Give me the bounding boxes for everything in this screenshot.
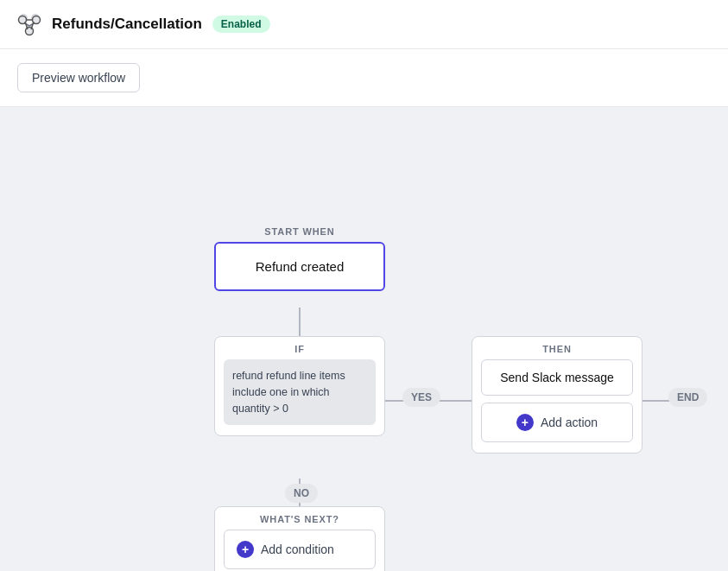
preview-workflow-button[interactable]: Preview workflow xyxy=(17,63,140,92)
workflow-diagram: START WHEN Refund created IF refund refu… xyxy=(0,107,728,571)
workflow-canvas: START WHEN Refund created IF refund refu… xyxy=(0,107,728,571)
add-action-icon-then: + xyxy=(516,414,534,431)
trigger-label: Refund created xyxy=(256,259,345,274)
yes-label: YES xyxy=(402,388,440,407)
add-condition-icon: + xyxy=(237,541,254,558)
add-condition-label: Add condition xyxy=(261,542,334,556)
slack-action[interactable]: Send Slack message xyxy=(481,359,633,396)
slack-action-label: Send Slack message xyxy=(500,371,614,384)
workflow-icon xyxy=(17,12,41,36)
add-action-label-then: Add action xyxy=(541,416,598,429)
toolbar: Preview workflow xyxy=(0,49,728,107)
condition-text: refund refund line items include one in … xyxy=(232,370,345,415)
end-label: END xyxy=(668,388,707,407)
condition-box[interactable]: refund refund line items include one in … xyxy=(224,359,376,425)
start-when-label: START WHEN xyxy=(214,219,385,242)
enabled-badge: Enabled xyxy=(212,16,270,33)
then-label: THEN xyxy=(472,337,642,359)
no-label: NO xyxy=(285,484,318,503)
then-block: THEN Send Slack message + Add action xyxy=(472,336,643,454)
if-label: IF xyxy=(215,337,384,359)
if-block: IF refund refund line items include one … xyxy=(214,336,385,436)
header: Refunds/Cancellation Enabled xyxy=(0,0,728,49)
trigger-block: START WHEN Refund created xyxy=(214,219,385,291)
whats-next-label: WHAT'S NEXT? xyxy=(215,507,384,530)
whats-next-block: WHAT'S NEXT? + Add condition + Add actio… xyxy=(214,506,385,571)
trigger-inner[interactable]: Refund created xyxy=(214,242,385,291)
add-condition-button[interactable]: + Add condition xyxy=(224,530,376,569)
add-action-button-then[interactable]: + Add action xyxy=(481,403,633,442)
page-title: Refunds/Cancellation xyxy=(52,16,202,33)
